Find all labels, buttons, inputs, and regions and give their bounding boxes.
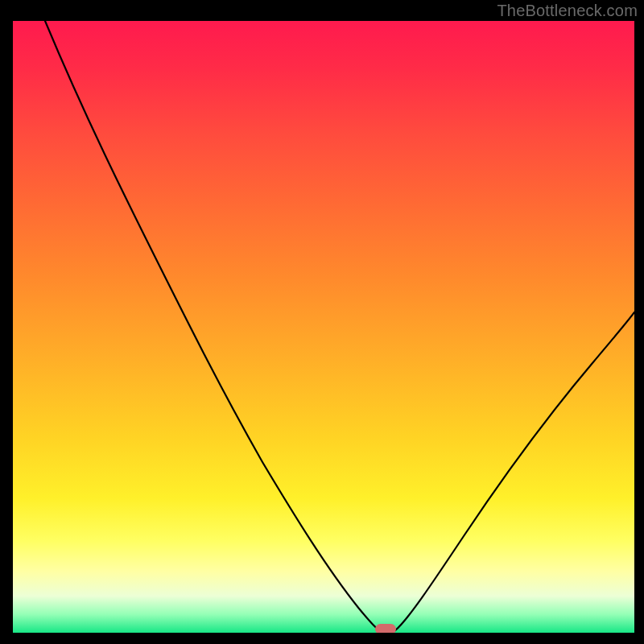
watermark-text: TheBottleneck.com xyxy=(497,2,638,20)
bottleneck-curve xyxy=(45,21,634,631)
min-marker xyxy=(375,624,396,633)
plot-area xyxy=(13,21,634,633)
chart-frame: TheBottleneck.com xyxy=(0,0,644,644)
curve-svg xyxy=(13,21,634,633)
